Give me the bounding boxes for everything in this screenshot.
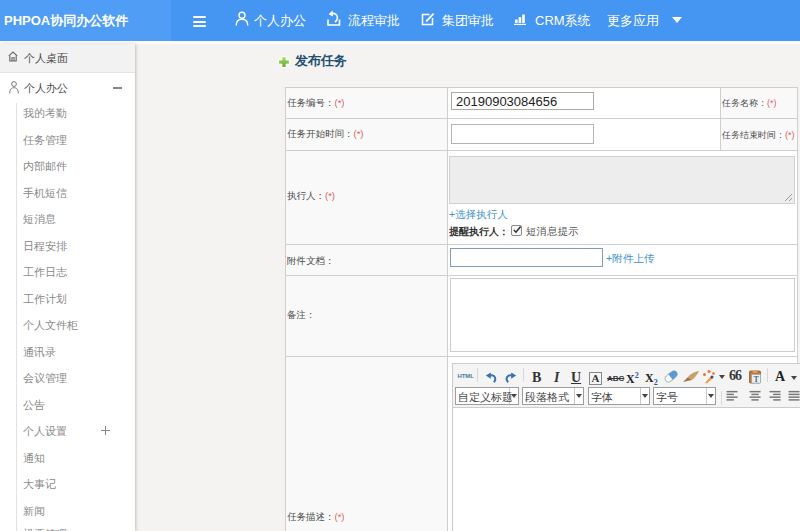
svg-text:T: T (754, 375, 760, 384)
